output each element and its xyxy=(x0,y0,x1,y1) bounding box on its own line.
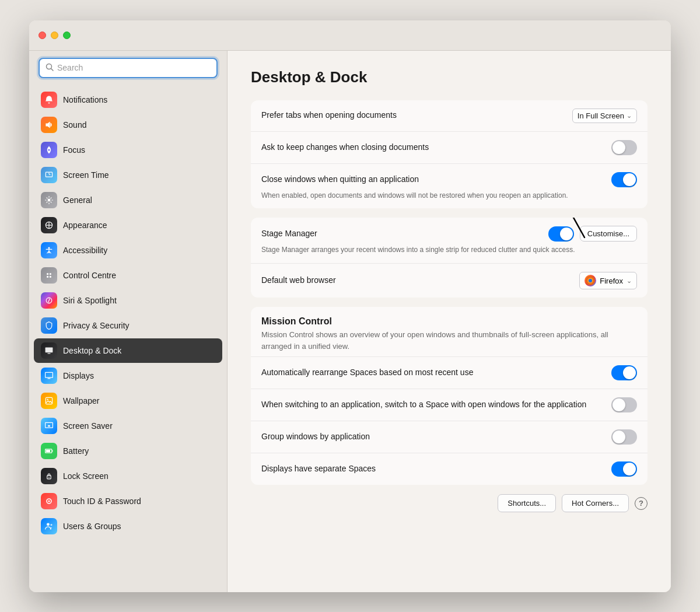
sidebar-item-battery[interactable]: Battery xyxy=(34,439,222,463)
traffic-lights xyxy=(38,32,71,39)
switch-space-row: When switching to an application, switch… xyxy=(251,389,648,421)
help-button[interactable]: ? xyxy=(635,497,648,510)
sidebar-label-screentime: Screen Time xyxy=(63,170,109,180)
general-icon xyxy=(41,192,57,208)
browser-select[interactable]: Firefox ⌄ xyxy=(579,272,637,289)
switch-space-toggle[interactable] xyxy=(611,397,637,412)
controlcentre-icon xyxy=(41,267,57,284)
sidebar-item-general[interactable]: General xyxy=(34,188,222,212)
customise-button[interactable]: Customise... xyxy=(580,226,637,242)
chevron-updown-icon: ⌄ xyxy=(626,277,632,285)
ask-keep-changes-control[interactable] xyxy=(611,140,637,155)
group-windows-control[interactable] xyxy=(611,429,637,445)
svg-rect-13 xyxy=(46,347,53,352)
sidebar-label-general: General xyxy=(63,195,92,205)
toggle-knob xyxy=(612,141,625,154)
stage-manager-control[interactable]: Customise... xyxy=(548,226,637,242)
sidebar-label-sound: Sound xyxy=(63,120,86,130)
close-windows-label: Close windows when quitting an applicati… xyxy=(261,174,602,186)
svg-point-10 xyxy=(47,275,48,277)
notifications-icon xyxy=(41,92,57,108)
toggle-knob xyxy=(612,398,625,411)
sidebar-item-notifications[interactable]: Notifications xyxy=(34,88,222,112)
browser-value: Firefox xyxy=(600,277,623,285)
prefer-tabs-label: Prefer tabs when opening documents xyxy=(261,110,563,121)
stage-manager-toggle[interactable] xyxy=(548,226,574,242)
desktop-icon xyxy=(41,342,57,359)
group-windows-row: Group windows by application xyxy=(251,421,648,453)
sidebar-item-lockscreen[interactable]: Lock Screen xyxy=(34,464,222,488)
auto-rearrange-row: Automatically rearrange Spaces based on … xyxy=(251,357,648,389)
sidebar-item-focus[interactable]: Focus xyxy=(34,138,222,162)
sidebar-item-users[interactable]: Users & Groups xyxy=(34,514,222,538)
prefer-tabs-control[interactable]: In Full Screen ⌄ xyxy=(572,109,637,123)
displays-spaces-control[interactable] xyxy=(611,461,637,477)
close-button[interactable] xyxy=(38,32,46,39)
search-icon xyxy=(46,63,54,73)
stage-manager-row: Stage Manager Customise... xyxy=(251,218,648,264)
displays-spaces-label: Displays have separate Spaces xyxy=(261,463,602,475)
fullscreen-button[interactable] xyxy=(63,32,71,39)
sidebar-item-screentime[interactable]: Screen Time xyxy=(34,163,222,187)
sidebar-item-accessibility[interactable]: Accessibility xyxy=(34,238,222,263)
sidebar-item-displays[interactable]: Displays xyxy=(34,363,222,388)
sidebar-item-desktop[interactable]: Desktop & Dock xyxy=(34,338,222,363)
toggle-knob xyxy=(612,431,625,443)
svg-rect-22 xyxy=(46,450,50,452)
sidebar-item-touchid[interactable]: Touch ID & Password xyxy=(34,489,222,513)
page-title: Desktop & Dock xyxy=(251,68,648,86)
sidebar-label-touchid: Touch ID & Password xyxy=(63,496,141,506)
close-windows-toggle[interactable] xyxy=(611,172,637,187)
sidebar-item-controlcentre[interactable]: Control Centre xyxy=(34,263,222,288)
auto-rearrange-label: Automatically rearrange Spaces based on … xyxy=(261,367,602,379)
ask-keep-changes-label: Ask to keep changes when closing documen… xyxy=(261,142,602,153)
sidebar-item-privacy[interactable]: Privacy & Security xyxy=(34,313,222,338)
screensaver-icon xyxy=(41,418,57,434)
close-windows-control[interactable] xyxy=(611,172,637,187)
svg-point-30 xyxy=(589,279,592,282)
prefer-tabs-row: Prefer tabs when opening documents In Fu… xyxy=(251,100,648,132)
close-windows-row: Close windows when quitting an applicati… xyxy=(251,164,648,209)
prefer-tabs-select[interactable]: In Full Screen ⌄ xyxy=(572,109,637,123)
close-windows-sublabel: When enabled, open documents and windows… xyxy=(261,191,568,201)
sidebar-item-screensaver[interactable]: Screen Saver xyxy=(34,414,222,438)
group-windows-toggle[interactable] xyxy=(611,429,637,445)
auto-rearrange-control[interactable] xyxy=(611,365,637,380)
svg-point-9 xyxy=(50,273,51,275)
mission-control-title: Mission Control xyxy=(261,316,637,327)
sidebar-label-appearance: Appearance xyxy=(63,221,107,230)
titlebar xyxy=(29,20,671,51)
ask-keep-changes-toggle[interactable] xyxy=(611,140,637,155)
sidebar-item-wallpaper[interactable]: Wallpaper xyxy=(34,389,222,413)
sidebar-item-appearance[interactable]: Appearance xyxy=(34,213,222,237)
toggle-knob xyxy=(623,366,636,379)
auto-rearrange-toggle[interactable] xyxy=(611,365,637,380)
default-browser-row: Default web browser Firefox xyxy=(251,264,648,298)
toggle-knob xyxy=(623,173,636,186)
search-container xyxy=(34,58,222,78)
svg-point-5 xyxy=(48,198,51,201)
search-input[interactable] xyxy=(57,63,211,72)
switch-space-control[interactable] xyxy=(611,397,637,412)
stage-manager-label: Stage Manager xyxy=(261,228,539,240)
svg-rect-14 xyxy=(48,353,51,354)
sidebar-label-screensaver: Screen Saver xyxy=(63,421,113,431)
default-browser-control[interactable]: Firefox ⌄ xyxy=(579,272,637,289)
bottom-buttons: Shortcuts... Hot Corners... ? xyxy=(251,494,648,512)
sidebar-item-siri[interactable]: Siri & Spotlight xyxy=(34,288,222,313)
search-box[interactable] xyxy=(38,58,218,78)
sidebar: NotificationsSoundFocusScreen TimeGenera… xyxy=(29,51,228,592)
minimize-button[interactable] xyxy=(51,32,58,39)
displays-spaces-row: Displays have separate Spaces xyxy=(251,453,648,485)
sidebar-item-sound[interactable]: Sound xyxy=(34,113,222,137)
stage-manager-sublabel: Stage Manager arranges your recent windo… xyxy=(261,245,575,255)
displays-spaces-toggle[interactable] xyxy=(611,461,637,477)
wallpaper-icon xyxy=(41,393,57,409)
chevron-updown-icon: ⌄ xyxy=(626,112,632,120)
shortcuts-button[interactable]: Shortcuts... xyxy=(498,494,556,512)
sidebar-label-users: Users & Groups xyxy=(63,522,121,531)
main-content: Desktop & Dock Prefer tabs when opening … xyxy=(228,51,671,592)
hot-corners-button[interactable]: Hot Corners... xyxy=(562,494,629,512)
privacy-icon xyxy=(41,317,57,334)
sidebar-label-lockscreen: Lock Screen xyxy=(63,471,108,481)
